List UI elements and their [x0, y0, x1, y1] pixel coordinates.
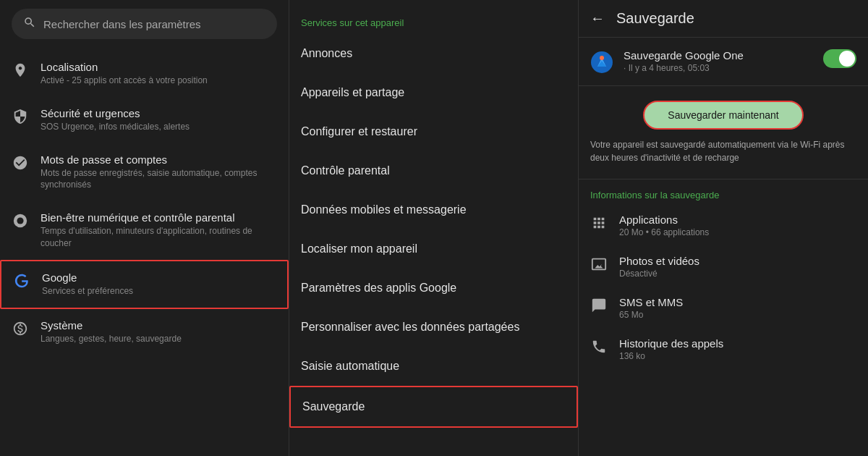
calls-text: Historique des appels 136 ko: [619, 337, 723, 361]
back-button[interactable]: ←: [590, 10, 605, 27]
securite-text: Sécurité et urgences SOS Urgence, infos …: [41, 107, 190, 133]
location-icon: [12, 62, 29, 82]
settings-panel-right: ← Sauvegarde Sauvegarde Google One · Il …: [579, 0, 868, 456]
settings-panel-left: Rechercher dans les paramètres Localisat…: [0, 0, 289, 456]
sms-icon: [590, 297, 608, 317]
right-panel-header: ← Sauvegarde: [579, 0, 868, 38]
backup-item-sms[interactable]: SMS et MMS 65 Mo: [579, 287, 868, 329]
menu-item-parametres-applis[interactable]: Paramètres des applis Google: [289, 269, 578, 308]
settings-list: Localisation Activé - 25 applis ont accè…: [0, 48, 289, 358]
menu-item-sauvegarde[interactable]: Sauvegarde: [289, 386, 578, 428]
settings-item-localisation[interactable]: Localisation Activé - 25 applis ont accè…: [0, 51, 289, 97]
menu-item-donnees[interactable]: Données mobiles et messagerie: [289, 190, 578, 229]
google-icon: [13, 273, 30, 292]
google-one-subtitle: · Il y a 4 heures, 05:03: [624, 63, 813, 73]
middle-section-header: Services sur cet appareil: [289, 6, 578, 34]
save-now-section: Sauvegarder maintenant Votre appareil es…: [579, 86, 868, 180]
settings-item-google[interactable]: Google Services et préférences: [0, 260, 289, 309]
backup-item-applications[interactable]: Applications 20 Mo • 66 applications: [579, 205, 868, 246]
settings-item-securite[interactable]: Sécurité et urgences SOS Urgence, infos …: [0, 97, 289, 143]
google-services-list: Annonces Appareils et partage Configurer…: [289, 34, 578, 428]
save-description: Votre appareil est sauvegardé automatiqu…: [590, 138, 856, 164]
search-icon: [23, 16, 36, 32]
save-now-button[interactable]: Sauvegarder maintenant: [643, 101, 803, 130]
backup-item-calls[interactable]: Historique des appels 136 ko: [579, 329, 868, 370]
apps-icon: [590, 215, 608, 235]
search-input-placeholder: Rechercher dans les paramètres: [43, 18, 201, 30]
settings-item-bienetre[interactable]: Bien-être numérique et contrôle parental…: [0, 201, 289, 260]
localisation-text: Localisation Activé - 25 applis ont accè…: [41, 61, 208, 87]
settings-item-systeme[interactable]: Système Langues, gestes, heure, sauvegar…: [0, 309, 289, 355]
menu-item-personnaliser[interactable]: Personnaliser avec les données partagées: [289, 308, 578, 347]
sms-text: SMS et MMS 65 Mo: [619, 296, 683, 320]
security-icon: [12, 109, 29, 128]
google-one-content: Sauvegarde Google One · Il y a 4 heures,…: [624, 49, 813, 73]
motsdepasse-text: Mots de passe et comptes Mots de passe e…: [41, 153, 277, 192]
settings-panel-middle: Services sur cet appareil Annonces Appar…: [289, 0, 579, 456]
bienetre-text: Bien-être numérique et contrôle parental…: [41, 211, 277, 250]
menu-item-saisie[interactable]: Saisie automatique: [289, 347, 578, 386]
search-bar[interactable]: Rechercher dans les paramètres: [12, 9, 277, 39]
menu-item-controle[interactable]: Contrôle parental: [289, 151, 578, 190]
google-text: Google Services et préférences: [42, 271, 133, 297]
right-panel-title: Sauvegarde: [616, 10, 694, 27]
wellbeing-icon: [12, 213, 29, 232]
systeme-text: Système Langues, gestes, heure, sauvegar…: [41, 319, 182, 345]
photos-icon: [590, 256, 608, 276]
google-one-icon: [590, 51, 613, 74]
svg-point-3: [600, 56, 604, 60]
menu-item-localiser[interactable]: Localiser mon appareil: [289, 229, 578, 269]
svg-point-1: [17, 218, 23, 224]
google-one-section: Sauvegarde Google One · Il y a 4 heures,…: [579, 38, 868, 86]
backup-item-photos[interactable]: Photos et vidéos Désactivé: [579, 246, 868, 287]
google-one-title: Sauvegarde Google One: [624, 49, 813, 62]
menu-item-annonces[interactable]: Annonces: [289, 34, 578, 73]
google-one-toggle[interactable]: [823, 49, 856, 68]
menu-item-appareils[interactable]: Appareils et partage: [289, 73, 578, 112]
calls-icon: [590, 339, 608, 358]
applications-text: Applications 20 Mo • 66 applications: [619, 214, 709, 237]
backup-info-header: Informations sur la sauvegarde: [579, 180, 868, 205]
photos-text: Photos et vidéos Désactivé: [619, 255, 699, 279]
menu-item-configurer[interactable]: Configurer et restaurer: [289, 112, 578, 151]
account-icon: [12, 155, 29, 174]
system-icon: [12, 321, 29, 340]
settings-item-motsdepasse[interactable]: Mots de passe et comptes Mots de passe e…: [0, 143, 289, 202]
